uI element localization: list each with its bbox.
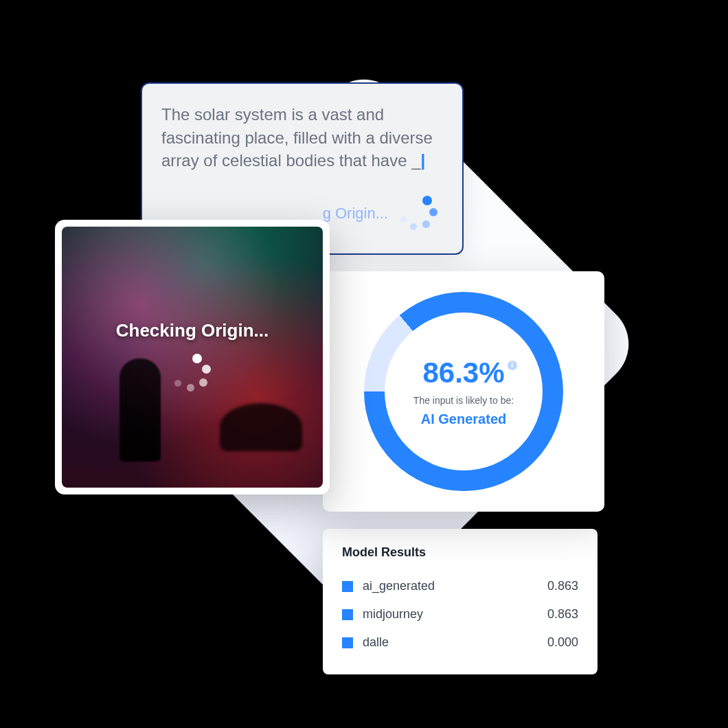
model-name: dalle [363, 635, 538, 650]
info-icon[interactable]: i [508, 361, 517, 370]
loading-spinner-icon [399, 193, 440, 234]
model-value: 0.863 [547, 579, 578, 593]
model-value: 0.863 [547, 607, 578, 622]
probability-verdict: AI Generated [421, 411, 506, 427]
model-results-card: Model Results ai_generated0.863midjourne… [323, 529, 598, 674]
model-result-row: midjourney0.863 [342, 600, 578, 628]
image-preview-card: Checking Origin... [55, 220, 330, 494]
model-color-swatch [342, 609, 353, 620]
loading-spinner-icon [172, 354, 213, 395]
image-overlay: Checking Origin... [62, 227, 323, 488]
model-results-title: Model Results [342, 545, 578, 560]
text-status-label: g Origin... [323, 205, 388, 223]
model-name: midjourney [363, 607, 538, 622]
sample-text-body: The solar system is a vast and fascinati… [161, 105, 433, 170]
probability-percent: 86.3% i [422, 356, 504, 389]
image-thumbnail: Checking Origin... [62, 227, 323, 488]
probability-donut: 86.3% i The input is likely to be: AI Ge… [364, 292, 563, 491]
model-name: ai_generated [363, 579, 538, 593]
probability-percent-value: 86.3% [422, 356, 504, 389]
model-result-row: ai_generated0.863 [342, 572, 578, 600]
text-cursor: | [421, 151, 426, 170]
sample-text: The solar system is a vast and fascinati… [161, 103, 440, 172]
model-result-row: dalle0.000 [342, 628, 578, 657]
model-value: 0.000 [547, 635, 578, 650]
model-color-swatch [342, 581, 353, 592]
result-card: 86.3% i The input is likely to be: AI Ge… [323, 271, 604, 512]
image-status-label: Checking Origin... [116, 320, 269, 341]
probability-subtitle: The input is likely to be: [413, 395, 514, 406]
donut-center: 86.3% i The input is likely to be: AI Ge… [385, 312, 543, 470]
model-color-swatch [342, 637, 353, 648]
